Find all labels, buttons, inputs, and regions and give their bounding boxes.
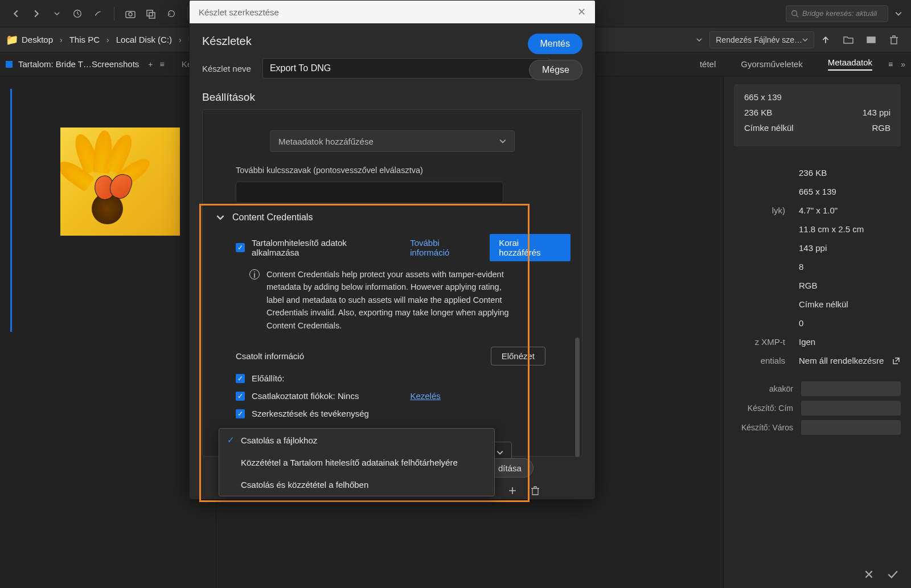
external-link-icon[interactable] <box>892 356 901 365</box>
edits-checkbox[interactable]: ✓ <box>236 409 245 418</box>
open-icon[interactable] <box>863 32 879 48</box>
apply-icon[interactable] <box>885 566 901 582</box>
boomerang-icon[interactable] <box>90 6 106 22</box>
svg-rect-4 <box>149 13 155 18</box>
accounts-checkbox[interactable]: ✓ <box>236 392 245 401</box>
check-icon: ✓ <box>227 435 235 445</box>
edits-label: Szerkesztések és tevékenység <box>252 409 369 418</box>
tab-quickactions[interactable]: Gyorsműveletek <box>741 59 802 69</box>
input-label: Készítő: Cím <box>734 404 793 413</box>
apply-cc-label: Tartalomhitelesítő adatok alkalmazása <box>252 238 393 257</box>
preset-name-label: Készlet neve <box>202 64 251 73</box>
edit-preset-dialog: Készlet szerkesztése ✕ Mentés Mégse Kész… <box>189 0 596 500</box>
option-label: Csatolás és közzététel a felhőben <box>241 480 368 490</box>
folder-icon: 📁 <box>6 34 18 46</box>
search-options-icon[interactable] <box>892 5 905 22</box>
cancel-button[interactable]: Mégse <box>529 60 582 80</box>
cancel-icon[interactable] <box>861 566 877 582</box>
keywords-input[interactable] <box>236 182 503 203</box>
meta-key: entials <box>734 356 785 365</box>
keywords-label: További kulcsszavak (pontosvesszővel elv… <box>236 166 571 175</box>
meta-value: 236 KB <box>799 168 901 178</box>
storage-option[interactable]: Közzététel a Tartalom hitelesítő adatain… <box>219 451 494 474</box>
refresh-icon[interactable] <box>163 6 179 22</box>
overflow-icon[interactable]: » <box>901 60 905 69</box>
active-indicator-icon <box>6 61 13 68</box>
meta-value: 0 <box>799 318 901 328</box>
producer-checkbox[interactable]: ✓ <box>236 374 245 383</box>
meta-input-field[interactable] <box>801 381 901 396</box>
tab-menu-icon[interactable]: ≡ <box>160 60 165 69</box>
option-label: Csatolás a fájlokhoz <box>241 435 317 445</box>
storage-option[interactable]: Csatolás és közzététel a felhőben <box>219 474 494 496</box>
early-access-badge: Korai hozzáférés <box>490 234 571 261</box>
meta-key: z XMP-t <box>734 337 785 347</box>
back-icon[interactable] <box>8 6 24 22</box>
cc-header[interactable]: Content Credentials <box>216 212 571 223</box>
dialog-title-bar: Készlet szerkesztése ✕ <box>190 1 595 23</box>
search-placeholder: Bridge keresés: aktuáli <box>802 9 877 18</box>
close-icon[interactable]: ✕ <box>577 6 586 18</box>
apply-cc-checkbox[interactable]: ✓ <box>236 243 245 252</box>
svg-point-2 <box>129 13 132 16</box>
search-input[interactable]: Bridge keresés: aktuáli <box>786 5 888 22</box>
dropdown-icon[interactable] <box>49 6 65 22</box>
chevron-right-icon: › <box>106 35 109 44</box>
meta-key: lyk) <box>734 205 785 215</box>
camera-icon[interactable] <box>122 6 138 22</box>
scrollbar-thumb[interactable] <box>575 338 580 457</box>
meta-colormode: RGB <box>872 123 891 133</box>
tab-right-menu-icon[interactable]: ≡ <box>888 60 893 69</box>
chevron-down-icon <box>216 213 224 221</box>
storage-method-dropdown-list: ✓ Csatolás a fájlokhoz Közzététel a Tart… <box>219 428 495 496</box>
selection-indicator <box>10 89 12 332</box>
delete-icon[interactable] <box>528 484 542 497</box>
chevron-right-icon: › <box>179 35 182 44</box>
arrow-up-icon[interactable] <box>818 32 834 48</box>
meta-value: 8 <box>799 262 901 272</box>
sort-dropdown[interactable]: Rendezés Fájlnév sze… <box>709 31 814 48</box>
settings-box: Metaadatok hozzáfűzése További kulcsszav… <box>202 109 582 457</box>
chevron-down-icon <box>802 37 808 43</box>
content-tab-title[interactable]: Tartalom: Bride T…Screenshots <box>18 59 139 69</box>
svg-rect-3 <box>147 10 153 16</box>
breadcrumb-item[interactable]: Desktop <box>22 35 53 44</box>
metadata-actions <box>853 566 901 582</box>
tab-metadata[interactable]: Metaadatok <box>828 57 872 71</box>
chevron-right-icon: › <box>60 35 63 44</box>
storage-option[interactable]: ✓ Csatolás a fájlokhoz <box>219 429 494 451</box>
history-icon[interactable] <box>69 6 85 22</box>
input-label: akakör <box>734 384 793 393</box>
trash-icon[interactable] <box>886 32 902 48</box>
add-icon[interactable] <box>506 484 519 497</box>
metadata-list: 236 KB 665 x 139 lyk)4.7" x 1.0" 11.8 cm… <box>734 163 901 370</box>
svg-point-5 <box>792 10 797 15</box>
meta-input-field[interactable] <box>801 420 901 435</box>
presets-heading: Készletek <box>202 35 582 48</box>
meta-value: Igen <box>799 337 901 347</box>
save-button[interactable]: Mentés <box>528 34 582 54</box>
thumbnail[interactable] <box>60 128 180 236</box>
option-label: Közzététel a Tartalom hitelesítő adatain… <box>241 458 458 467</box>
filter-chevron-icon[interactable] <box>691 32 707 48</box>
add-tab-icon[interactable]: + <box>148 60 153 69</box>
metadata-summary-card: 665 x 139 236 KB143 ppi Címke nélkülRGB <box>734 84 901 146</box>
manage-link[interactable]: Kezelés <box>410 391 440 401</box>
metadata-append-dropdown[interactable]: Metaadatok hozzáfűzése <box>270 130 515 152</box>
meta-value: 11.8 cm x 2.5 cm <box>799 224 901 234</box>
cc-info-text: Content Credentials help protect your as… <box>266 268 511 332</box>
more-info-link[interactable]: További információ <box>410 238 479 257</box>
content-panel <box>0 76 216 588</box>
tab-tetel[interactable]: tétel <box>700 59 716 69</box>
new-folder-icon[interactable] <box>840 32 856 48</box>
breadcrumb-item[interactable]: This PC <box>69 35 100 44</box>
input-label: Készítő: Város <box>734 423 793 432</box>
preview-button[interactable]: Előnézet <box>491 347 545 365</box>
meta-value: 665 x 139 <box>799 187 901 196</box>
preset-name-input[interactable] <box>262 58 550 79</box>
forward-icon[interactable] <box>28 6 44 22</box>
batch-icon[interactable] <box>143 6 159 22</box>
dropdown-label: Metaadatok hozzáfűzése <box>278 137 374 146</box>
meta-input-field[interactable] <box>801 401 901 416</box>
breadcrumb-item[interactable]: Local Disk (C:) <box>116 35 172 44</box>
